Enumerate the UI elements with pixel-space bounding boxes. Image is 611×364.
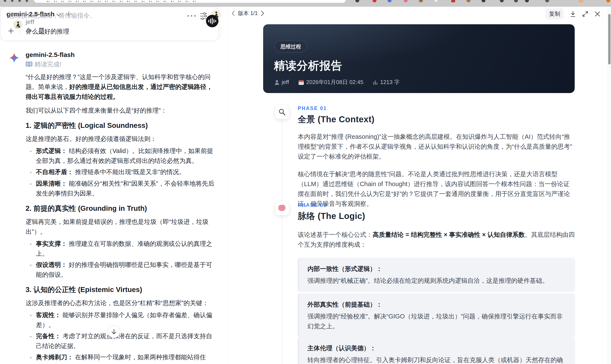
section-lead-2: 逻辑再完美，如果前提是错误的，推理也是垃圾（即“垃圾进，垃圾出”）。 [26, 217, 216, 237]
artifact-panel: 版本 1/1 复制 思维过程 精读分析报告 [228, 7, 611, 364]
bullet-list: •客观性： 能够识别并尽量排除个人偏见（如幸存者偏差、确认偏差）。 •完备性： … [26, 310, 216, 364]
assistant-status-text: 精读完成! [35, 60, 61, 68]
card-body: 强调推理的“经验校准”。解决“GIGO（垃圾进，垃圾出）”问题，确保推理引擎运行… [307, 311, 567, 331]
logic-card-external-truth: 外部真实性（前提基础）： 强调推理的“经验校准”。解决“GIGO（垃圾进，垃圾出… [298, 293, 575, 338]
expand-fullscreen-icon[interactable] [582, 11, 588, 17]
attach-plus-icon[interactable] [8, 28, 14, 34]
phase1-header: PHASE 01 全景 (The Context) [298, 105, 374, 125]
extension-icon[interactable] [372, 0, 376, 2]
list-item: •奥卡姆剃刀： 在解释同一个现象时，如果两种推理都能站得住脚，通常倾向于最简单、… [26, 352, 216, 364]
gemini-logo-icon [9, 53, 19, 63]
list-item: •事实支撑： 推理建立在可靠的数据、准确的观测或公认的真理之上。 [26, 239, 216, 259]
section-heading-1: 1. 逻辑的严密性 (Logical Soundness) [26, 121, 216, 130]
list-item: •客观性： 能够识别并尽量排除个人偏见（如幸存者偏差、确认偏差）。 [26, 310, 216, 330]
arrow-down-icon [111, 329, 117, 335]
bookmark-icon[interactable] [39, 27, 44, 34]
phase1-body: 本内容是对“推理 (Reasoning)”这一抽象概念的高层建模。在知识爆炸与人… [298, 132, 575, 209]
report-hero-card: 思维过程 精读分析报告 jeff 2026年01月08日 02:45 [263, 24, 575, 93]
extension-icon[interactable] [545, 0, 549, 2]
phase2-header: PHASE 02 脉络 (The Logic) [298, 202, 365, 222]
extension-icon[interactable] [404, 0, 408, 2]
extension-icon[interactable] [525, 0, 529, 2]
extension-icon[interactable] [419, 0, 423, 2]
browser-toolbar [0, 0, 611, 7]
core-formula-paragraph: 该论述基于一个核心公式：高质量结论 = 结构完整性 × 事实准确性 × 认知自律… [298, 230, 575, 249]
version-navigator: 版本 1/1 [232, 10, 264, 17]
version-label: 版本 1/1 [238, 10, 258, 17]
assistant-message: gemini-2.5-flash 精读完成! “什么是好的推理？”这是一个涉及逻… [26, 51, 216, 364]
phase-timeline [282, 118, 282, 364]
list-item: •假设透明： 好的推理会明确指明哪些是已知事实，哪些是基于可能的假设。 [26, 260, 216, 280]
browser-profile-avatar[interactable] [578, 0, 584, 3]
bullet-list: •事实支撑： 推理建立在可靠的数据、准确的观测或公认的真理之上。 •假设透明： … [26, 239, 216, 280]
extension-icon[interactable] [451, 0, 455, 2]
card-title: 内部一致性（形式逻辑）： [307, 264, 567, 273]
report-meta: jeff 2026年01月08日 02:45 1213 字 [274, 78, 400, 86]
close-icon[interactable] [595, 11, 600, 17]
voice-input-button[interactable] [206, 15, 218, 27]
report-title: 精读分析报告 [274, 58, 342, 73]
extension-icon[interactable] [434, 0, 438, 2]
brain-icon [275, 201, 289, 215]
list-item: •不自相矛盾： 推理链条中不能出现“既是又非”的情况。 [26, 167, 216, 177]
person-icon [274, 79, 279, 85]
phase2-title: 脉络 (The Logic) [298, 210, 365, 222]
list-item: •因果清晰： 能准确区分“相关性”和“因果关系”，不会轻率地将先后发生的事情归为… [26, 179, 216, 198]
artifact-actions: 复制 [546, 8, 600, 19]
calendar-icon [298, 79, 304, 85]
previous-version-icon[interactable] [232, 11, 235, 16]
scroll-to-bottom-button[interactable] [108, 326, 120, 338]
divider [20, 28, 20, 34]
card-title: 外部真实性（前提基础）： [307, 300, 567, 309]
extension-icon[interactable] [482, 0, 485, 2]
assistant-status-row: 精读完成! [26, 60, 216, 68]
download-icon[interactable] [570, 11, 576, 17]
card-body: 转向推理者的心理特征。引入奥卡姆剃刀和反向论证，旨在克服人类（或机器）天然存在的… [307, 355, 567, 364]
address-bar[interactable] [34, 0, 346, 3]
section-heading-2: 2. 前提的真实性 (Grounding in Truth) [26, 204, 216, 213]
extension-icon[interactable] [388, 0, 391, 2]
card-body: 强调推理的“机械正确”。结论必须在给定的规则系统内逻辑自洽，这是推理的硬件基础。 [307, 276, 567, 286]
book-icon [26, 62, 32, 67]
logic-card-internal-consistency: 内部一致性（形式逻辑）： 强调推理的“机械正确”。结论必须在给定的规则系统内逻辑… [298, 258, 575, 292]
extension-icon[interactable] [606, 0, 610, 2]
extension-icon[interactable] [355, 0, 359, 2]
report-badge: 思维过程 [274, 41, 307, 53]
phase2-label: PHASE 02 [298, 202, 365, 208]
scrollbar[interactable] [608, 7, 611, 364]
author-meta: jeff [274, 79, 289, 86]
assistant-name: gemini-2.5-flash [26, 51, 216, 59]
phase2-body: 该论述基于一个核心公式：高质量结论 = 结构完整性 × 事实准确性 × 认知自律… [298, 230, 575, 249]
section-lead-3: 这涉及推理者的心态和方法论，也是区分“杠精”和“思想家”的关键： [26, 298, 216, 308]
extension-icon[interactable] [514, 0, 518, 2]
phase1-title: 全景 (The Context) [298, 114, 374, 125]
scrollbar-thumb[interactable] [608, 14, 611, 65]
bullet-list: •形式逻辑： 结构必须有效（Valid）。比如演绎推理中，如果前提全部为真，那么… [26, 146, 216, 198]
card-title: 主体伦理（认识美德）： [307, 343, 567, 353]
copy-button[interactable]: 复制 [546, 8, 564, 19]
word-count-meta: 1213 字 [373, 78, 400, 86]
section-lead-1: 这是推理的基石。好的推理必须遵循逻辑法则： [26, 134, 216, 144]
screen: gemini-2.5-flash [0, 0, 611, 364]
section-heading-3: 3. 认知的公正性 (Epistemic Virtues) [26, 285, 216, 294]
logic-card-agent-ethics: 主体伦理（认识美德）： 转向推理者的心理特征。引入奥卡姆剃刀和反向论证，旨在克服… [298, 337, 575, 364]
magnifier-icon [275, 105, 289, 119]
dimensions-intro: 我们可以从以下四个维度来衡量什么是“好的推理”： [26, 105, 216, 115]
url-text-clipped [47, 1, 197, 2]
intro-paragraph: “什么是好的推理？”这是一个涉及逻辑学、认知科学和哲学核心的问题。简单来说，好的… [26, 72, 216, 102]
extension-icon[interactable] [500, 0, 504, 2]
list-item: •完备性： 考虑了对立的观点和潜在的反证，而不是只选择支持自己结论的证据。 [26, 331, 216, 351]
next-version-icon[interactable] [261, 11, 264, 16]
sparkle-tools-icon[interactable] [26, 27, 33, 35]
phase1-label: PHASE 01 [298, 105, 374, 111]
date-meta: 2026年01月08日 02:45 [298, 78, 363, 86]
bar-chart-icon [373, 79, 378, 85]
list-item: •形式逻辑： 结构必须有效（Valid）。比如演绎推理中，如果前提全部为真，那么… [26, 146, 216, 166]
phase1-paragraph-1: 本内容是对“推理 (Reasoning)”这一抽象概念的高层建模。在知识爆炸与人… [298, 132, 575, 161]
chat-input[interactable] [9, 11, 206, 22]
browser-nav-icons[interactable] [4, 0, 30, 2]
chat-panel: gemini-2.5-flash [0, 7, 228, 364]
extension-icon[interactable] [466, 0, 470, 2]
